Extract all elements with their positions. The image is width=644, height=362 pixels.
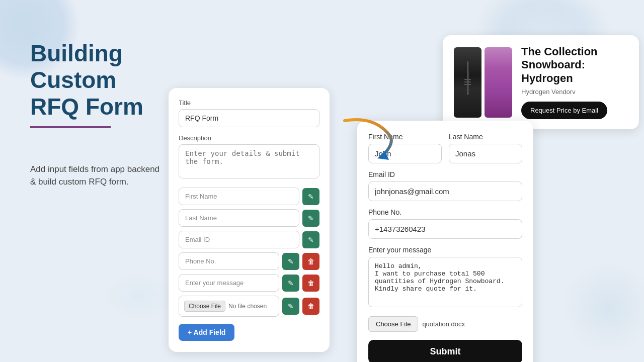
form-builder-card: Title Description ✎ ✎ ✎ ✎ <box>169 88 330 352</box>
pencil-icon: ✎ <box>308 193 314 201</box>
rfq-choose-file-button[interactable]: Choose File <box>368 316 418 332</box>
title-input[interactable] <box>179 109 319 127</box>
trash-icon: 🗑 <box>307 257 314 265</box>
delete-phone-button[interactable]: 🗑 <box>302 253 319 270</box>
title-label: Title <box>179 99 319 107</box>
request-price-button[interactable]: Request Price by Email <box>521 102 607 119</box>
edit-message-button[interactable]: ✎ <box>282 275 299 292</box>
add-field-button[interactable]: + Add Field <box>179 324 234 341</box>
pencil-icon: ✎ <box>288 302 294 310</box>
desc-textarea[interactable] <box>179 144 319 178</box>
edit-file-button[interactable]: ✎ <box>282 298 299 315</box>
file-name-text: quotation.docx <box>422 320 465 328</box>
snowboard-dark-image <box>454 47 481 118</box>
product-info: The Collection Snowboard: Hydrogen Hydro… <box>521 45 628 119</box>
field-phone-input[interactable] <box>179 252 279 270</box>
submit-button[interactable]: Submit <box>368 340 522 362</box>
message-label: Enter your message <box>368 246 522 254</box>
phone-input[interactable] <box>368 219 522 239</box>
snowboard-purple-image <box>485 47 512 118</box>
last-name-input[interactable] <box>449 144 522 163</box>
trash-icon: 🗑 <box>307 279 314 287</box>
choose-file-button[interactable]: Choose File <box>184 301 225 312</box>
email-input[interactable] <box>368 182 522 201</box>
field-email-input[interactable] <box>179 231 299 248</box>
file-input-display: Choose File No file chosen <box>179 296 279 317</box>
product-card: The Collection Snowboard: Hydrogen Hydro… <box>443 35 639 129</box>
no-file-text: No file chosen <box>228 303 267 310</box>
delete-message-button[interactable]: 🗑 <box>302 275 319 292</box>
pencil-icon: ✎ <box>288 279 294 287</box>
desc-label: Description <box>179 134 319 142</box>
field-row-message: ✎ 🗑 <box>179 274 319 292</box>
field-message-input[interactable] <box>179 274 279 292</box>
field-row-email: ✎ <box>179 231 319 248</box>
message-textarea[interactable]: Hello admin, I want to purchase total 50… <box>368 257 522 307</box>
phone-label: Phone No. <box>368 208 522 216</box>
field-row-phone: ✎ 🗑 <box>179 252 319 270</box>
edit-phone-button[interactable]: ✎ <box>282 253 299 270</box>
edit-email-button[interactable]: ✎ <box>302 231 319 248</box>
rfq-file-row: Choose File quotation.docx <box>368 316 522 332</box>
field-lastname-input[interactable] <box>179 209 299 227</box>
product-images <box>454 47 512 118</box>
edit-firstname-button[interactable]: ✎ <box>302 188 319 205</box>
field-row-firstname: ✎ <box>179 188 319 205</box>
title-underline <box>30 126 111 128</box>
last-name-group: Last Name <box>449 133 522 163</box>
field-row-lastname: ✎ <box>179 209 319 227</box>
pencil-icon: ✎ <box>308 214 314 222</box>
arrow-decoration <box>335 111 400 171</box>
email-label: Email ID <box>368 170 522 178</box>
trash-icon: 🗑 <box>307 302 314 310</box>
pencil-icon: ✎ <box>308 236 314 244</box>
vendor-name: Hydrogen Vendorv <box>521 88 628 96</box>
delete-file-button[interactable]: 🗑 <box>302 298 319 315</box>
last-name-label: Last Name <box>449 133 522 141</box>
subtitle-text: Add input fields from app backend & buil… <box>30 163 191 189</box>
edit-lastname-button[interactable]: ✎ <box>302 210 319 227</box>
field-firstname-input[interactable] <box>179 188 299 205</box>
file-field-row: Choose File No file chosen ✎ 🗑 <box>179 296 319 317</box>
product-title: The Collection Snowboard: Hydrogen <box>521 45 628 85</box>
pencil-icon: ✎ <box>288 257 294 265</box>
